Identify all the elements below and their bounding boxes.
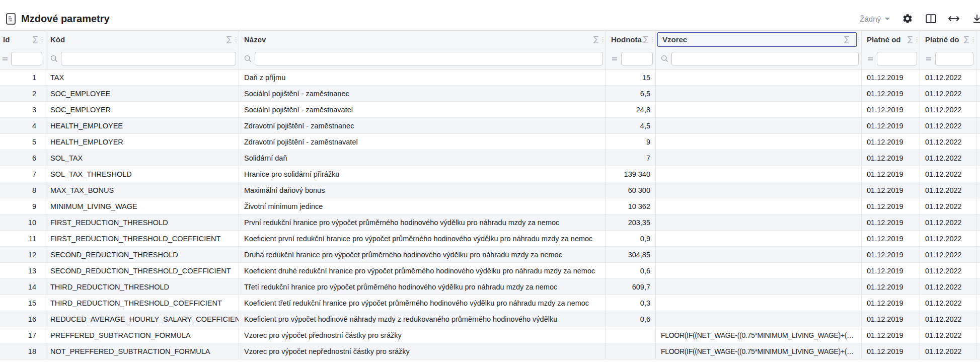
table-row[interactable]: 17PREFFERED_SUBTRACTION_FORMULAVzorec pr… <box>0 327 980 343</box>
cell-kod[interactable]: THIRD_REDUCTION_THRESHOLD <box>45 279 239 295</box>
cell-platne_do[interactable]: 01.12.2022 <box>920 150 976 166</box>
cell-id[interactable]: 6 <box>0 150 45 166</box>
cell-platne_do[interactable]: 01.12.2022 <box>920 166 976 182</box>
equals-operator-icon[interactable] <box>611 55 618 62</box>
cell-hodnota[interactable]: 4,5 <box>606 118 656 133</box>
cell-platne_od[interactable]: 01.12.2019 <box>862 343 920 359</box>
cell-hodnota[interactable] <box>606 343 656 359</box>
cell-nazev[interactable]: Vzorec pro výpočet nepřednostní částky p… <box>239 343 606 359</box>
cell-nazev[interactable]: Koeficient první redukční hranice pro vý… <box>239 231 606 246</box>
table-row[interactable]: 7SOL_TAX_THRESHOLDHranice pro solidární … <box>0 166 980 182</box>
aggregate-sigma-icon[interactable]: ∑ <box>225 36 233 43</box>
column-header-id[interactable]: Id∑⋮ <box>0 31 45 48</box>
cell-hodnota[interactable]: 0,6 <box>606 263 656 278</box>
table-row[interactable]: 12SECOND_REDUCTION_THRESHOLDDruhá redukč… <box>0 247 980 263</box>
cell-platne_od[interactable]: 01.12.2019 <box>862 69 920 85</box>
cell-platne_do[interactable]: 01.12.2022 <box>920 295 976 311</box>
cell-id[interactable]: 3 <box>0 102 45 117</box>
cell-hodnota[interactable]: 10 362 <box>606 198 656 214</box>
table-row[interactable]: 4HEALTH_EMPLOYEEZdravotní pojištění - za… <box>0 118 980 134</box>
filter-input-vzorec[interactable] <box>671 52 859 65</box>
cell-hodnota[interactable]: 304,85 <box>606 247 656 262</box>
cell-vzorec[interactable] <box>656 263 862 278</box>
cell-platne_do[interactable]: 01.12.2022 <box>920 69 976 85</box>
search-icon[interactable] <box>661 55 668 62</box>
cell-kod[interactable]: HEALTH_EMPLOYEE <box>45 118 239 133</box>
cell-hodnota[interactable]: 139 340 <box>606 166 656 182</box>
cell-kod[interactable]: SECOND_REDUCTION_THRESHOLD <box>45 247 239 262</box>
cell-kod[interactable]: TAX <box>45 69 239 85</box>
cell-hodnota[interactable]: 7 <box>606 150 656 166</box>
cell-vzorec[interactable] <box>656 279 862 295</box>
cell-id[interactable]: 10 <box>0 214 45 230</box>
cell-vzorec[interactable] <box>656 198 862 214</box>
column-menu-icon[interactable]: ⋮ <box>855 36 860 43</box>
column-header-hodnota[interactable]: Hodnota∑⋮ <box>606 31 656 48</box>
cell-platne_do[interactable]: 01.12.2022 <box>920 214 976 230</box>
equals-operator-icon[interactable] <box>867 55 874 62</box>
cell-vzorec[interactable]: FLOOR(IF((NET_WAGE-((0.75*MINIMUM_LIVING… <box>656 327 862 343</box>
cell-id[interactable]: 18 <box>0 343 45 359</box>
table-row[interactable]: 1TAXDaň z příjmu1501.12.201901.12.2022 <box>0 69 980 86</box>
table-row[interactable]: 9MINIMUM_LIVING_WAGEŽivotní minimum jedi… <box>0 198 980 214</box>
cell-nazev[interactable]: Třetí redukční hranice pro výpočet průmě… <box>239 279 606 295</box>
cell-platne_do[interactable]: 01.12.2022 <box>920 86 976 101</box>
cell-kod[interactable]: PREFFERED_SUBTRACTION_FORMULA <box>45 327 239 343</box>
cell-hodnota[interactable]: 24,8 <box>606 102 656 117</box>
column-menu-icon[interactable]: ⋮ <box>233 36 237 43</box>
search-icon[interactable] <box>50 55 58 62</box>
filter-input-platne_od[interactable] <box>877 52 917 65</box>
filter-input-kod[interactable] <box>61 52 236 65</box>
cell-vzorec[interactable] <box>656 86 862 101</box>
cell-id[interactable]: 15 <box>0 295 45 311</box>
table-row[interactable]: 13SECOND_REDUCTION_THRESHOLD_COEFFICIENT… <box>0 263 980 279</box>
column-header-kod[interactable]: Kód∑⋮ <box>45 31 239 48</box>
cell-platne_do[interactable]: 01.12.2022 <box>920 327 976 343</box>
column-chooser-button[interactable] <box>924 12 937 25</box>
cell-id[interactable]: 9 <box>0 198 45 214</box>
cell-nazev[interactable]: Daň z příjmu <box>239 69 606 85</box>
cell-nazev[interactable]: Koeficient pro výpočet hodinové náhrady … <box>239 311 606 327</box>
cell-platne_od[interactable]: 01.12.2019 <box>862 231 920 246</box>
cell-id[interactable]: 1 <box>0 69 45 85</box>
export-download-button[interactable] <box>970 12 980 25</box>
table-row[interactable]: 10FIRST_REDUCTION_THRESHOLDPrvní redukčn… <box>0 214 980 231</box>
filter-input-hodnota[interactable] <box>621 52 653 65</box>
cell-platne_do[interactable]: 01.12.2022 <box>920 102 976 117</box>
cell-hodnota[interactable] <box>606 327 656 343</box>
cell-id[interactable]: 14 <box>0 279 45 295</box>
cell-platne_do[interactable]: 01.12.2022 <box>920 279 976 295</box>
cell-platne_do[interactable]: 01.12.2022 <box>920 311 976 327</box>
column-header-platne_od[interactable]: Platné od∑⋮ <box>862 31 920 48</box>
cell-nazev[interactable]: Sociální pojištění - zaměstnavatel <box>239 102 606 117</box>
column-menu-icon[interactable]: ⋮ <box>39 36 43 43</box>
table-row[interactable]: 3SOC_EMPLOYERSociální pojištění - zaměst… <box>0 102 980 118</box>
cell-kod[interactable]: SOC_EMPLOYER <box>45 102 239 117</box>
cell-kod[interactable]: MINIMUM_LIVING_WAGE <box>45 198 239 214</box>
cell-platne_od[interactable]: 01.12.2019 <box>862 118 920 133</box>
cell-hodnota[interactable]: 203,35 <box>606 214 656 230</box>
cell-hodnota[interactable]: 6,5 <box>606 86 656 101</box>
aggregate-sigma-icon[interactable]: ∑ <box>963 36 970 43</box>
cell-platne_od[interactable]: 01.12.2019 <box>862 247 920 262</box>
column-menu-icon[interactable]: ⋮ <box>914 36 918 43</box>
cell-platne_od[interactable]: 01.12.2019 <box>862 295 920 311</box>
cell-platne_od[interactable]: 01.12.2019 <box>862 102 920 117</box>
table-row[interactable]: 2SOC_EMPLOYEESociální pojištění - zaměst… <box>0 86 980 102</box>
cell-kod[interactable]: SECOND_REDUCTION_THRESHOLD_COEFFICIENT <box>45 263 239 278</box>
filter-input-nazev[interactable] <box>255 52 603 65</box>
cell-kod[interactable]: SOC_EMPLOYEE <box>45 86 239 101</box>
cell-platne_do[interactable]: 01.12.2022 <box>920 198 976 214</box>
cell-id[interactable]: 4 <box>0 118 45 133</box>
cell-platne_od[interactable]: 01.12.2019 <box>862 86 920 101</box>
column-header-nazev[interactable]: Název∑⋮ <box>239 31 606 48</box>
cell-platne_do[interactable]: 01.12.2022 <box>920 231 976 246</box>
cell-hodnota[interactable]: 609,7 <box>606 279 656 295</box>
cell-platne_od[interactable]: 01.12.2019 <box>862 214 920 230</box>
cell-hodnota[interactable]: 0,9 <box>606 231 656 246</box>
cell-id[interactable]: 16 <box>0 311 45 327</box>
cell-id[interactable]: 13 <box>0 263 45 278</box>
cell-nazev[interactable]: Hranice pro solidární přirážku <box>239 166 606 182</box>
cell-kod[interactable]: THIRD_REDUCTION_THRESHOLD_COEFFICIENT <box>45 295 239 311</box>
cell-platne_do[interactable]: 01.12.2022 <box>920 263 976 278</box>
